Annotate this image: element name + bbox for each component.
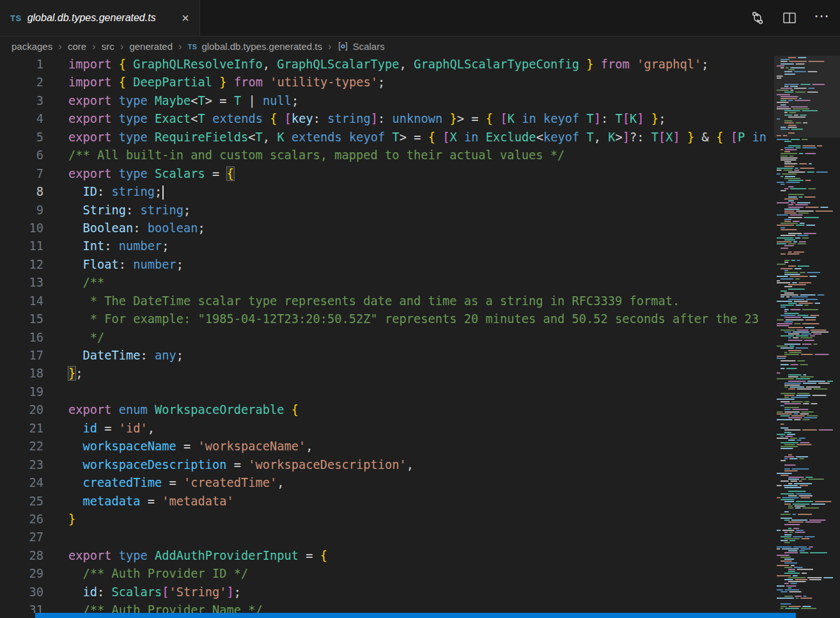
code-line-18[interactable]: 18}; <box>0 365 840 383</box>
line-number[interactable]: 4 <box>0 110 43 128</box>
code-line-26[interactable]: 26} <box>0 511 840 528</box>
line-number[interactable]: 25 <box>0 493 43 511</box>
line-number[interactable]: 11 <box>0 237 43 255</box>
code-text: /** <box>43 274 104 292</box>
code-text: DateTime: any; <box>43 347 183 365</box>
code-text: createdTime = 'createdTime', <box>43 474 284 492</box>
code-line-21[interactable]: 21 id = 'id', <box>0 420 840 438</box>
code-line-16[interactable]: 16 */ <box>0 329 840 347</box>
code-line-28[interactable]: 28export type AddAuthProviderInput = { <box>0 547 840 565</box>
split-editor-button[interactable] <box>781 10 798 26</box>
breadcrumb-item-generated[interactable]: generated <box>129 41 173 52</box>
minimap-canvas <box>774 56 840 613</box>
line-number[interactable]: 17 <box>0 347 43 365</box>
line-number[interactable]: 29 <box>0 565 43 583</box>
line-number[interactable]: 31 <box>0 601 43 613</box>
code-line-8[interactable]: 8 ID: string; <box>0 183 840 201</box>
code-line-25[interactable]: 25 metadata = 'metadata' <box>0 493 840 511</box>
code-text <box>43 528 68 546</box>
breadcrumb-item-global-db-types-generated-ts[interactable]: TSglobal.db.types.generated.ts <box>188 41 322 52</box>
line-number[interactable]: 14 <box>0 292 43 310</box>
line-number[interactable]: 22 <box>0 438 43 456</box>
code-text <box>43 383 68 401</box>
line-number[interactable]: 10 <box>0 219 43 237</box>
code-text: ID: string; <box>43 183 164 201</box>
line-number[interactable]: 18 <box>0 365 43 383</box>
code-line-30[interactable]: 30 id: Scalars['String']; <box>0 583 840 601</box>
code-line-31[interactable]: 31 /** Auth Provider Name */ <box>0 601 840 613</box>
line-number[interactable]: 12 <box>0 256 43 274</box>
line-number[interactable]: 8 <box>0 183 43 201</box>
line-number[interactable]: 15 <box>0 310 43 328</box>
line-number[interactable]: 6 <box>0 147 43 164</box>
breadcrumb-item-packages[interactable]: packages <box>12 41 52 52</box>
code-text: id = 'id', <box>43 420 155 438</box>
breadcrumb-separator: › <box>178 41 182 52</box>
code-line-7[interactable]: 7export type Scalars = { <box>0 165 840 183</box>
code-line-29[interactable]: 29 /** Auth Provider ID */ <box>0 565 840 583</box>
code-line-6[interactable]: 6/** All built-in and custom scalars, ma… <box>0 147 840 164</box>
line-number[interactable]: 19 <box>0 383 43 401</box>
code-line-4[interactable]: 4export type Exact<T extends { [key: str… <box>0 110 840 128</box>
line-number[interactable]: 23 <box>0 456 43 474</box>
code-text: import { GraphQLResolveInfo, GraphQLScal… <box>43 56 709 74</box>
code-line-1[interactable]: 1import { GraphQLResolveInfo, GraphQLSca… <box>0 56 840 74</box>
line-number[interactable]: 16 <box>0 329 43 347</box>
code-line-11[interactable]: 11 Int: number; <box>0 237 840 255</box>
tab-close-button[interactable]: × <box>178 10 193 26</box>
code-line-15[interactable]: 15 * For example: "1985-04-12T23:20:50.5… <box>0 310 840 328</box>
minimap[interactable] <box>774 56 840 613</box>
code-text: * For example: "1985-04-12T23:20:50.52Z"… <box>43 310 759 328</box>
code-text: * The DateTime scalar type represents da… <box>43 292 680 310</box>
code-line-12[interactable]: 12 Float: number; <box>0 256 840 274</box>
code-line-14[interactable]: 14 * The DateTime scalar type represents… <box>0 292 840 310</box>
code-line-19[interactable]: 19 <box>0 383 840 401</box>
line-number[interactable]: 20 <box>0 401 43 419</box>
code-line-9[interactable]: 9 String: string; <box>0 202 840 219</box>
editor[interactable]: 1import { GraphQLResolveInfo, GraphQLSca… <box>0 56 840 613</box>
code-line-2[interactable]: 2import { DeepPartial } from 'utility-ty… <box>0 74 840 91</box>
code-text: export type RequireFields<T, K extends k… <box>43 129 766 147</box>
line-number[interactable]: 28 <box>0 547 43 565</box>
code-text: Boolean: boolean; <box>43 219 205 237</box>
breadcrumb-item-scalars[interactable]: Scalars <box>338 41 385 52</box>
minimap-slider[interactable] <box>774 56 840 138</box>
code-area: 1import { GraphQLResolveInfo, GraphQLSca… <box>0 56 840 613</box>
compare-changes-button[interactable] <box>749 10 766 26</box>
line-number[interactable]: 5 <box>0 129 43 147</box>
line-number[interactable]: 3 <box>0 92 43 110</box>
line-number[interactable]: 2 <box>0 74 43 91</box>
line-number[interactable]: 9 <box>0 202 43 219</box>
code-text: export type Scalars = { <box>43 165 234 183</box>
code-text: }; <box>43 365 83 383</box>
tab-global-db-types-generated-ts[interactable]: TS global.db.types.generated.ts × <box>0 0 200 36</box>
code-line-5[interactable]: 5export type RequireFields<T, K extends … <box>0 129 840 147</box>
code-text: export type Exact<T extends { [key: stri… <box>43 110 665 128</box>
line-number[interactable]: 13 <box>0 274 43 292</box>
code-line-22[interactable]: 22 workspaceName = 'workspaceName', <box>0 438 840 456</box>
vscode-window: TS global.db.types.generated.ts × ⋯ <box>0 0 840 618</box>
line-number[interactable]: 26 <box>0 511 43 528</box>
code-text: export enum WorkspaceOrderable { <box>43 401 299 419</box>
line-number[interactable]: 1 <box>0 56 43 74</box>
breadcrumb-item-core[interactable]: core <box>68 41 86 52</box>
code-line-17[interactable]: 17 DateTime: any; <box>0 347 840 365</box>
code-line-23[interactable]: 23 workspaceDescription = 'workspaceDesc… <box>0 456 840 474</box>
code-line-24[interactable]: 24 createdTime = 'createdTime', <box>0 474 840 492</box>
code-line-3[interactable]: 3export type Maybe<T> = T | null; <box>0 92 840 110</box>
code-text: /** Auth Provider Name */ <box>43 601 263 613</box>
line-number[interactable]: 21 <box>0 420 43 438</box>
code-line-20[interactable]: 20export enum WorkspaceOrderable { <box>0 401 840 419</box>
code-line-10[interactable]: 10 Boolean: boolean; <box>0 219 840 237</box>
breadcrumb: packages›core›src›generated›TSglobal.db.… <box>0 37 840 56</box>
code-line-27[interactable]: 27 <box>0 528 840 546</box>
line-number[interactable]: 7 <box>0 165 43 183</box>
line-number[interactable]: 27 <box>0 528 43 546</box>
more-actions-button[interactable]: ⋯ <box>813 10 830 26</box>
line-number[interactable]: 24 <box>0 474 43 492</box>
breadcrumb-item-src[interactable]: src <box>102 41 114 52</box>
breadcrumb-label: generated <box>129 41 173 52</box>
line-number[interactable]: 30 <box>0 583 43 601</box>
code-line-13[interactable]: 13 /** <box>0 274 840 292</box>
text-cursor <box>162 186 164 200</box>
